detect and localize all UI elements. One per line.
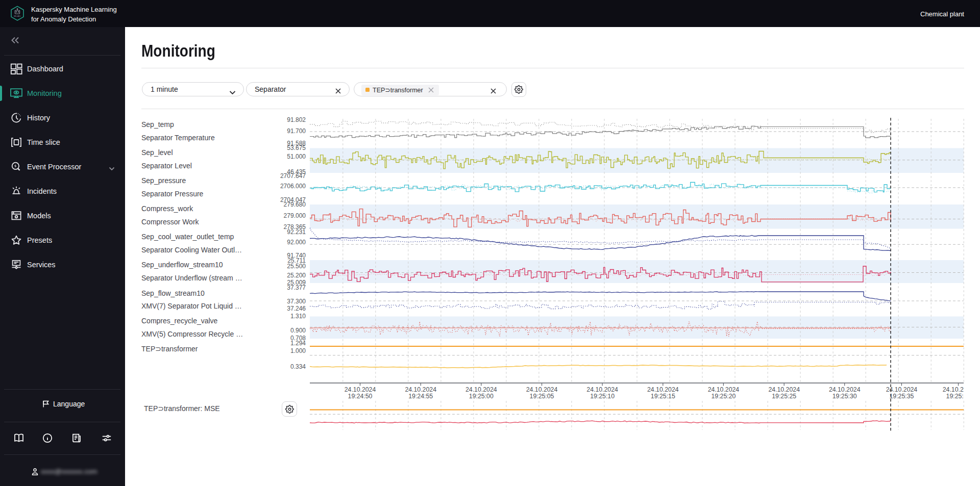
svg-text:MLAD: MLAD bbox=[14, 15, 20, 17]
